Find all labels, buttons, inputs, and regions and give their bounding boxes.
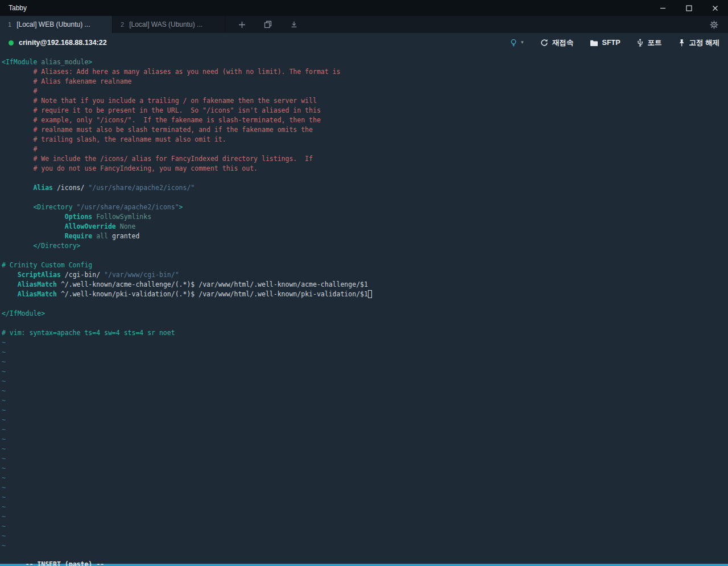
tab-web-ubuntu[interactable]: 1 [Local] WEB (Ubuntu) ... — [0, 16, 113, 33]
maximize-button[interactable] — [676, 0, 702, 16]
ports-button[interactable]: 포트 — [636, 38, 662, 48]
ports-label: 포트 — [648, 38, 662, 48]
pin-icon — [678, 39, 685, 47]
terminal-line: # vim: syntax=apache ts=4 sw=4 sts=4 sr … — [2, 328, 728, 338]
terminal-line: ~ — [2, 502, 728, 512]
terminal-line: ~ — [2, 541, 728, 551]
settings-gear-icon — [710, 20, 718, 29]
folder-icon — [590, 39, 598, 47]
new-tab-icon — [238, 21, 246, 28]
connected-status-dot — [9, 40, 14, 46]
terminal-line: # example, only "/icons/". If the fakena… — [2, 115, 728, 125]
terminal-line: ~ — [2, 435, 728, 444]
duplicate-button[interactable] — [255, 16, 281, 33]
terminal-line: ~ — [2, 512, 728, 522]
terminal-line: AliasMatch ^/.well-known/acme-challenge/… — [2, 280, 728, 290]
paste-drop-icon — [290, 20, 298, 28]
sftp-button[interactable]: SFTP — [590, 39, 621, 47]
terminal-line — [2, 319, 728, 328]
terminal-line: ~ — [2, 415, 728, 425]
terminal-buffer: <IfModule alias_module> # Aliases: Add h… — [2, 57, 728, 551]
tab-bar: 1 [Local] WEB (Ubuntu) ... 2 [Local] WAS… — [0, 16, 728, 33]
reconnect-label: 재접속 — [552, 38, 574, 48]
terminal-line: AliasMatch ^/.well-known/pki-validation/… — [2, 290, 728, 299]
terminal-line: ~ — [2, 367, 728, 377]
terminal-line: <Directory "/usr/share/apache2/icons"> — [2, 203, 728, 212]
terminal-line: ~ — [2, 377, 728, 386]
terminal-line: # realname must also be slash terminated… — [2, 125, 728, 135]
terminal-line: # Crinity Custom Config — [2, 261, 728, 270]
maximize-icon — [686, 5, 692, 11]
tab-number: 1 — [8, 21, 11, 28]
terminal-line: # — [2, 86, 728, 96]
terminal-line: ~ — [2, 386, 728, 396]
vim-statusline: -- INSERT (paste) -- 25,94 All — [2, 550, 728, 560]
terminal-line: </IfModule> — [2, 309, 728, 319]
terminal-line: ~ — [2, 464, 728, 473]
terminal-line: # Note that if you include a trailing / … — [2, 96, 728, 106]
tab-number: 2 — [121, 21, 124, 28]
minimize-button[interactable] — [650, 0, 676, 16]
terminal-line: ~ — [2, 493, 728, 502]
terminal-line: ~ — [2, 522, 728, 531]
window-title: Tabby — [0, 4, 27, 12]
refresh-icon — [540, 39, 548, 47]
terminal-line: Alias /icons/ "/usr/share/apache2/icons/… — [2, 183, 728, 193]
reconnect-button[interactable]: 재접속 — [540, 38, 574, 48]
port-icon — [636, 39, 644, 47]
terminal-line: ~ — [2, 473, 728, 483]
duplicate-icon — [264, 20, 272, 28]
terminal-line: # trailing slash, the realname must also… — [2, 135, 728, 144]
terminal[interactable]: <IfModule alias_module> # Aliases: Add h… — [0, 52, 728, 564]
terminal-line: ~ — [2, 454, 728, 464]
terminal-line: # We include the /icons/ alias for Fancy… — [2, 154, 728, 164]
terminal-line: ~ — [2, 444, 728, 454]
terminal-line: ~ — [2, 396, 728, 406]
sftp-label: SFTP — [602, 39, 621, 47]
terminal-line — [2, 173, 728, 183]
terminal-line: </Directory> — [2, 241, 728, 251]
terminal-line: # Alias fakename realname — [2, 77, 728, 86]
tab-title: [Local] WEB (Ubuntu) ... — [16, 20, 90, 28]
lightbulb-icon — [510, 39, 518, 47]
terminal-line — [2, 299, 728, 309]
terminal-line: ~ — [2, 348, 728, 357]
terminal-line: Require all granted — [2, 232, 728, 241]
new-tab-button[interactable] — [229, 16, 255, 33]
connection-label: crinity@192.168.88.134:22 — [19, 39, 107, 47]
paste-drop-button[interactable] — [281, 16, 307, 33]
settings-button[interactable] — [701, 16, 727, 33]
tab-was-ubuntu[interactable]: 2 [Local] WAS (Ubuntu) ... — [113, 16, 225, 33]
minimize-icon — [660, 5, 666, 11]
connection-info: crinity@192.168.88.134:22 — [9, 39, 107, 47]
terminal-line: AllowOverride None — [2, 222, 728, 232]
terminal-line: ~ — [2, 406, 728, 415]
terminal-line: ~ — [2, 483, 728, 493]
terminal-line: ScriptAlias /cgi-bin/ "/var/www/cgi-bin/… — [2, 270, 728, 280]
vim-mode-indicator: -- INSERT (paste) -- — [26, 560, 104, 566]
close-icon — [712, 5, 718, 11]
terminal-line: <IfModule alias_module> — [2, 57, 728, 67]
terminal-line — [2, 251, 728, 261]
terminal-line: ~ — [2, 357, 728, 367]
close-button[interactable] — [702, 0, 728, 16]
terminal-line: # Aliases: Add here as many aliases as y… — [2, 67, 728, 77]
tabby-window: Tabby 1 [Local] WEB (Ubuntu) ... 2 [Loca… — [0, 0, 728, 566]
terminal-line: # — [2, 144, 728, 154]
terminal-line: ~ — [2, 338, 728, 348]
connection-toolbar: crinity@192.168.88.134:22 ▼ 재접속 SFTP — [0, 33, 728, 52]
activity-strip — [0, 564, 728, 566]
chevron-down-icon: ▼ — [520, 40, 524, 45]
unpin-button[interactable]: 고정 해제 — [678, 38, 719, 48]
titlebar[interactable]: Tabby — [0, 0, 728, 16]
suggestions-dropdown[interactable]: ▼ — [510, 39, 524, 47]
terminal-line: # you do not use FancyIndexing, you may … — [2, 164, 728, 173]
terminal-line: ~ — [2, 425, 728, 435]
terminal-line: # require it to be present in the URL. S… — [2, 106, 728, 115]
terminal-line: ~ — [2, 531, 728, 541]
terminal-line — [2, 193, 728, 203]
terminal-line: Options FollowSymlinks — [2, 212, 728, 222]
window-controls — [650, 0, 728, 16]
toolbar-actions: ▼ 재접속 SFTP — [510, 38, 719, 48]
unpin-label: 고정 해제 — [689, 38, 719, 48]
